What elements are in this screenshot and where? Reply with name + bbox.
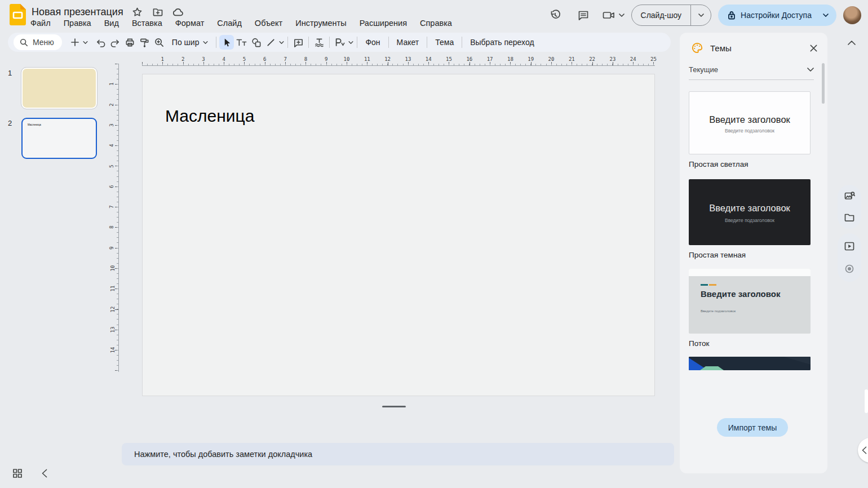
- pen-tool-caret[interactable]: [347, 35, 354, 50]
- grid-view-icon[interactable]: [11, 467, 24, 480]
- menu-item-object[interactable]: Объект: [254, 17, 284, 29]
- paint-format-button[interactable]: [138, 35, 152, 50]
- version-history-icon[interactable]: [544, 5, 566, 26]
- chevron-left-icon: [862, 446, 867, 454]
- toolbar-divider: [287, 37, 288, 48]
- slide-2-thumbnail-selected[interactable]: Масленица: [21, 118, 97, 159]
- themes-panel-title: Темы: [710, 43, 807, 53]
- theme-option-partial[interactable]: [689, 357, 811, 370]
- slide-1-thumbnail[interactable]: [21, 68, 97, 109]
- slide-title-text[interactable]: Масленица: [165, 107, 254, 126]
- zoom-in-icon: [154, 37, 165, 48]
- menu-item-file[interactable]: Файл: [29, 17, 52, 29]
- collapse-filmstrip-icon[interactable]: [38, 467, 51, 480]
- slides-logo-icon[interactable]: [10, 4, 26, 25]
- theme-preview-subtitle: Введите подзаголовок: [701, 309, 736, 313]
- menu-item-view[interactable]: Вид: [103, 17, 120, 29]
- theme-preview-header-strip: [689, 269, 811, 276]
- caret-down-icon: [823, 14, 829, 17]
- hide-menus-button[interactable]: [848, 37, 856, 47]
- line-tool-button[interactable]: [263, 35, 278, 50]
- undo-button[interactable]: [94, 35, 108, 50]
- ruler-number: 5: [243, 56, 246, 62]
- layout-button[interactable]: Макет: [392, 35, 424, 50]
- redo-button[interactable]: [108, 35, 123, 50]
- chevron-up-icon: [848, 41, 856, 45]
- background-button[interactable]: Фон: [360, 35, 385, 50]
- main-toolbar: Меню По шир: [8, 33, 671, 52]
- redo-icon: [110, 38, 121, 47]
- comments-icon[interactable]: [573, 5, 594, 26]
- new-slide-caret[interactable]: [82, 35, 89, 50]
- horizontal-ruler[interactable]: 1234567891011121314151617181920212223242…: [142, 57, 655, 66]
- camera-caret-down-icon[interactable]: [619, 14, 625, 17]
- import-theme-button[interactable]: Импорт темы: [717, 418, 788, 437]
- thumbnail-slide-title: Масленица: [28, 123, 41, 126]
- slide-editing-canvas[interactable]: Масленица: [142, 74, 655, 396]
- account-avatar[interactable]: [843, 6, 861, 24]
- themes-panel-header: Темы: [691, 41, 820, 55]
- image-search-icon[interactable]: [840, 187, 859, 206]
- document-status-cloud-icon[interactable]: [172, 6, 184, 18]
- ruler-number: 11: [364, 56, 370, 62]
- record-icon[interactable]: [840, 259, 859, 278]
- collapse-side-panel-button[interactable]: [858, 438, 868, 463]
- right-edge-scrollbar[interactable]: [865, 389, 868, 413]
- shape-tool-button[interactable]: [249, 35, 263, 50]
- star-icon[interactable]: [131, 6, 144, 18]
- vertical-ruler[interactable]: 1234567891011121314: [110, 64, 119, 372]
- line-tool-caret[interactable]: [278, 35, 285, 50]
- menu-item-slide[interactable]: Слайд: [216, 17, 243, 29]
- menu-item-insert[interactable]: Вставка: [131, 17, 163, 29]
- new-slide-button[interactable]: [68, 35, 82, 50]
- folder-icon[interactable]: [840, 208, 859, 227]
- zoom-button[interactable]: [152, 35, 167, 50]
- themes-section-label: Текущие: [689, 65, 807, 74]
- theme-option-simple-light[interactable]: Введите заголовок Введите подзаголовок П…: [689, 91, 811, 168]
- close-panel-icon[interactable]: [807, 42, 820, 54]
- ruler-number: 2: [181, 56, 184, 62]
- theme-button[interactable]: Тема: [430, 35, 459, 50]
- pen-tool-button[interactable]: [333, 35, 347, 50]
- theme-preview: [689, 357, 811, 370]
- menu-item-edit[interactable]: Правка: [63, 17, 92, 29]
- zoom-fit-select[interactable]: По шир: [167, 35, 214, 50]
- menu-item-help[interactable]: Справка: [419, 17, 453, 29]
- notes-resize-handle[interactable]: [382, 406, 406, 407]
- text-box-tool-button[interactable]: [234, 35, 249, 50]
- move-to-folder-icon[interactable]: [152, 6, 164, 18]
- insert-comment-button[interactable]: [291, 35, 305, 50]
- video-camera-icon[interactable]: [601, 5, 617, 26]
- ruler-number: 13: [110, 326, 116, 332]
- ruler-number: 19: [528, 56, 534, 62]
- ruler-number: 1: [109, 83, 114, 86]
- share-button[interactable]: Настройки Доступа: [718, 5, 836, 26]
- play-presentation-icon[interactable]: [840, 237, 859, 256]
- ruler-number: 14: [426, 56, 432, 62]
- menu-item-tools[interactable]: Инструменты: [294, 17, 347, 29]
- speaker-notes-area[interactable]: Нажмите, чтобы добавить заметки докладчи…: [122, 443, 674, 465]
- ruler-number: 14: [110, 347, 116, 353]
- theme-name: Простая темная: [689, 251, 811, 259]
- watermark-button[interactable]: [312, 35, 326, 50]
- slideshow-caret-button[interactable]: [690, 5, 711, 25]
- theme-preview-art: [689, 357, 811, 370]
- ruler-number: 9: [325, 56, 327, 62]
- theme-option-simple-dark[interactable]: Введите заголовок Введите подзаголовок П…: [689, 179, 811, 259]
- share-caret-button[interactable]: [817, 5, 834, 26]
- document-title[interactable]: Новая презентация: [32, 6, 123, 18]
- ruler-number: 6: [109, 185, 114, 188]
- print-button[interactable]: [123, 35, 138, 50]
- transition-button[interactable]: Выбрать переход: [465, 35, 539, 50]
- meet-call-control: [601, 5, 625, 26]
- panel-scrollbar-thumb[interactable]: [822, 63, 825, 104]
- menu-item-format[interactable]: Формат: [174, 17, 206, 29]
- select-tool-button[interactable]: [219, 35, 234, 50]
- ruler-number: 10: [110, 265, 116, 272]
- slideshow-button[interactable]: Слайд-шоу: [632, 5, 691, 25]
- theme-option-flow[interactable]: Введите заголовок Введите подзаголовок П…: [689, 269, 811, 348]
- menu-item-extensions[interactable]: Расширения: [358, 17, 408, 29]
- ruler-number: 22: [589, 56, 595, 62]
- toolbar-search[interactable]: Меню: [14, 34, 62, 50]
- themes-section-selector[interactable]: Текущие: [689, 64, 814, 80]
